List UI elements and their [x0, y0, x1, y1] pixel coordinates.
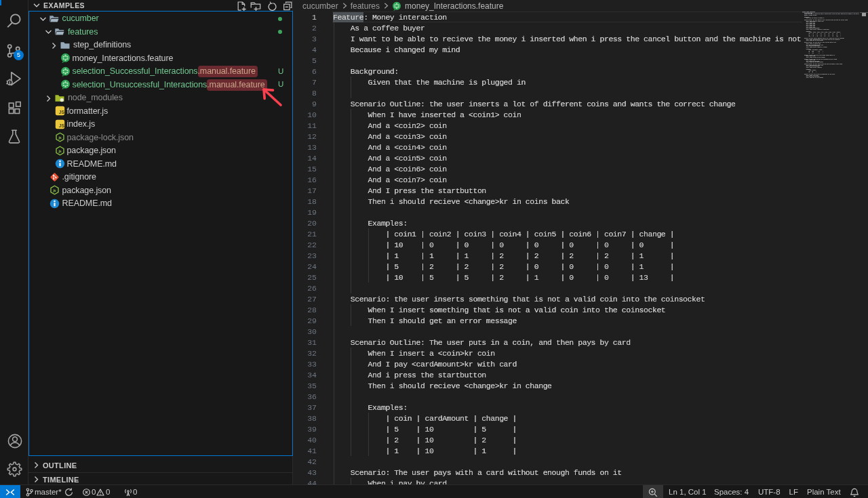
svg-text:js: js	[58, 136, 61, 140]
svg-text:js: js	[52, 188, 56, 192]
svg-text:js: js	[58, 148, 61, 152]
svg-text:JS: JS	[59, 110, 65, 115]
svg-text:JS: JS	[59, 123, 65, 128]
